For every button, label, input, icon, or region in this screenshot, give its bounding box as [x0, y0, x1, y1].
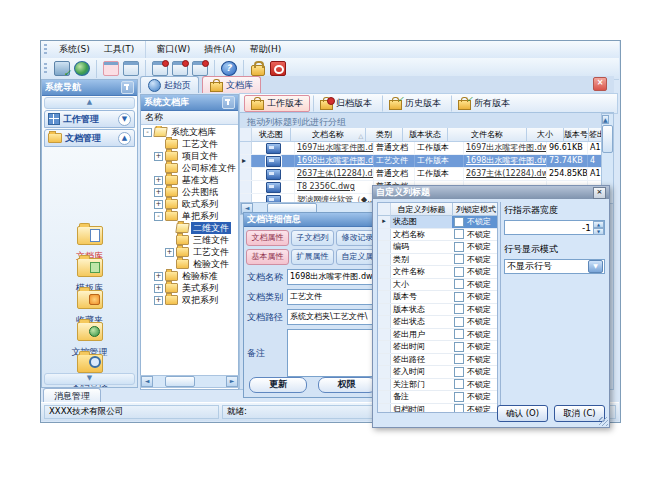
checkbox-unchecked[interactable] — [454, 354, 464, 364]
scroll-up-icon[interactable]: ▲ — [602, 115, 609, 124]
lock-mode-cell[interactable]: 不锁定 — [452, 316, 498, 328]
document-name-link[interactable]: T8 2356C.dwg — [295, 181, 374, 193]
pin-icon[interactable] — [121, 81, 134, 94]
checkbox-unchecked[interactable] — [454, 379, 464, 389]
menu-item[interactable]: 帮助(H) — [242, 41, 288, 58]
detail-subtab[interactable]: 基本属性 — [246, 249, 289, 265]
pin-icon[interactable] — [222, 96, 235, 109]
column-title-cell[interactable]: 签入时间 — [391, 366, 452, 378]
tree-column-header[interactable]: 名称 — [141, 111, 238, 125]
column-header[interactable]: 状态图 — [252, 128, 291, 142]
dialog-grid-row[interactable]: 编码 不锁定 — [378, 241, 497, 254]
document-refresh-icon[interactable] — [170, 60, 190, 78]
checkbox-unchecked[interactable] — [454, 342, 464, 352]
column-header[interactable]: 自定义列标题 — [391, 203, 453, 216]
dialog-grid-row[interactable]: 签出时间 不锁定 — [378, 341, 497, 354]
nav-scroll-down[interactable]: ▼ — [44, 373, 135, 385]
scroll-left-icon[interactable]: ◄ — [141, 376, 153, 387]
desktop-check-icon[interactable] — [52, 60, 72, 78]
file-name-link[interactable]: 2637主体(12284).dwg — [464, 168, 547, 180]
column-header[interactable]: 列锁定模式 — [453, 203, 498, 216]
tree-expander[interactable]: + — [154, 296, 163, 305]
checkbox-unchecked[interactable] — [454, 329, 464, 339]
lock-mode-cell[interactable]: 不锁定 — [452, 291, 498, 303]
chevron-icon[interactable]: ▲ — [118, 132, 131, 145]
lock-mode-cell[interactable]: 不锁定 — [452, 279, 498, 291]
menu-item[interactable]: 窗口(W) — [145, 41, 197, 58]
scrollbar-thumb[interactable] — [165, 376, 195, 387]
column-header[interactable]: 签出状态 — [589, 128, 601, 142]
lock-mode-cell[interactable]: 不锁定 — [452, 404, 498, 414]
lock-mode-cell[interactable]: 不锁定 — [452, 329, 498, 341]
version-filter-button[interactable]: 所有版本 — [451, 95, 517, 112]
detail-tab[interactable]: 文档属性 — [246, 230, 289, 246]
tree-expander[interactable]: - — [154, 212, 163, 221]
checkbox-unchecked[interactable] — [454, 392, 464, 402]
tree-node[interactable]: + 项目文件 — [141, 150, 238, 162]
dialog-grid-row[interactable]: 版本号 不锁定 — [378, 291, 497, 304]
dialog-grid-row[interactable]: 大小 不锁定 — [378, 279, 497, 292]
scroll-right-icon[interactable]: ► — [226, 376, 238, 387]
document-name-link[interactable]: 塑滤网缠丝软管（◆... — [295, 194, 374, 202]
tree-node[interactable]: + 双把系列 — [141, 294, 238, 306]
detail-action-button[interactable]: 更新 — [249, 377, 307, 393]
document-path-field[interactable]: 系统文档夹\工艺文件\ — [287, 309, 378, 325]
tree-expander[interactable]: + — [154, 152, 163, 161]
tree-expander[interactable]: + — [154, 200, 163, 209]
column-title-cell[interactable]: 编码 — [391, 241, 452, 253]
column-header[interactable]: 大小 — [527, 128, 564, 142]
tree-node[interactable]: + 美式系列 — [141, 282, 238, 294]
table-row[interactable]: 1697出水嘴零件图.dwg 普通文档 工作版本 1697出水嘴零件图.dwg … — [240, 142, 601, 155]
checkbox-unchecked[interactable] — [454, 242, 464, 252]
checkbox-unchecked[interactable] — [454, 229, 464, 239]
menu-item[interactable]: 工具(T) — [97, 41, 142, 58]
row-indicator-width-spinner[interactable]: -1 ▲ ▼ — [504, 220, 605, 235]
checkbox-unchecked[interactable] — [454, 404, 464, 413]
table-row[interactable]: 1698出水嘴零件图.dwg 工艺文件 工作版本 1698出水嘴零件图.dwg … — [240, 155, 601, 168]
tree-expander[interactable]: + — [154, 176, 163, 185]
column-title-cell[interactable]: 版本号 — [391, 291, 452, 303]
tree-expander[interactable]: + — [165, 248, 174, 257]
dialog-grid-row[interactable]: 备注 不锁定 — [378, 391, 497, 404]
column-header[interactable]: 文件名称 — [448, 128, 527, 142]
file-name-link[interactable]: 1697出水嘴零件图.dwg — [464, 142, 547, 154]
tree-node[interactable]: + 工艺文件 — [141, 246, 238, 258]
dialog-grid-row[interactable]: 状态图 不锁定 — [378, 216, 497, 229]
message-manager-tab[interactable]: 消息管理 — [43, 388, 101, 403]
column-title-cell[interactable]: 关注部门 — [391, 379, 452, 391]
column-title-cell[interactable]: 文件名称 — [391, 266, 452, 278]
document-tab[interactable]: 起始页 — [140, 76, 199, 93]
lock-mode-cell[interactable]: 不锁定 — [452, 304, 498, 316]
lock-mode-cell[interactable]: 不锁定 — [452, 241, 498, 253]
dialog-title-bar[interactable]: 自定义列标题 × — [373, 186, 609, 199]
dialog-grid-row[interactable]: 类别 不锁定 — [378, 254, 497, 267]
column-title-cell[interactable]: 备注 — [391, 391, 452, 403]
column-title-cell[interactable]: 状态图 — [391, 216, 452, 228]
exit-icon[interactable] — [268, 60, 288, 78]
nav-group-header[interactable]: 文档管理 ▲ — [44, 129, 135, 147]
document-tab[interactable]: 文档库 — [202, 76, 261, 93]
checkbox-unchecked[interactable] — [454, 292, 464, 302]
column-title-cell[interactable]: 签出路径 — [391, 354, 452, 366]
lock-mode-cell[interactable]: 不锁定 — [452, 229, 498, 241]
tree-node[interactable]: 三维文件 — [141, 234, 238, 246]
tree-node[interactable]: 公司标准文件 — [141, 162, 238, 174]
column-title-cell[interactable]: 签出时间 — [391, 341, 452, 353]
checkbox-unchecked[interactable] — [454, 304, 464, 314]
tree-node[interactable]: - 系统文档库 — [141, 126, 238, 138]
window-new-icon[interactable] — [96, 60, 121, 78]
resize-grip[interactable] — [599, 417, 608, 426]
document-name-link[interactable]: 1698出水嘴零件图.dwg — [295, 155, 374, 167]
document-name-link[interactable]: 2637主体(12284).dwg — [295, 168, 374, 180]
version-filter-button[interactable]: 工作版本 — [244, 95, 310, 112]
checkbox-unchecked[interactable] — [454, 279, 464, 289]
column-title-cell[interactable]: 签出用户 — [391, 329, 452, 341]
chevron-down-icon[interactable]: ▼ — [588, 260, 603, 273]
dialog-grid-row[interactable]: 关注部门 不锁定 — [378, 379, 497, 392]
document-export-icon[interactable] — [190, 60, 210, 78]
spin-down-icon[interactable]: ▼ — [593, 228, 604, 235]
checkbox-unchecked[interactable] — [454, 367, 464, 377]
column-header[interactable]: 类别 — [366, 128, 403, 142]
tree-node[interactable]: - 单把系列 — [141, 210, 238, 222]
document-category-field[interactable]: 工艺文件 — [287, 289, 378, 305]
